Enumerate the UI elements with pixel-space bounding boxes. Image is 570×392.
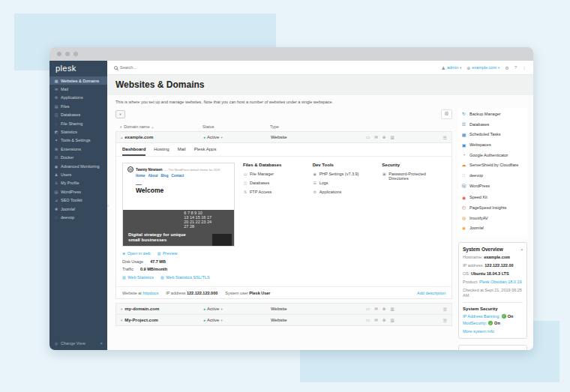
expand-row-icon[interactable]: ▾ — [121, 319, 122, 322]
settings-gear-icon[interactable]: ⚙ — [505, 65, 508, 70]
folder-icon[interactable]: ▭ — [366, 318, 370, 322]
mail-icon[interactable]: ✉ — [374, 318, 378, 322]
open-in-web-link[interactable]: ⊕ Open in web — [122, 251, 151, 256]
header-domain-name[interactable]: Domain name — [124, 124, 149, 129]
bulk-select-dropdown-button[interactable]: ▾ — [116, 110, 125, 118]
link-password-protected-directories[interactable]: ▣ Password-Protected Directories — [382, 172, 446, 181]
collapse-row-icon[interactable]: ▴ — [121, 136, 122, 139]
search-box[interactable] — [114, 65, 442, 70]
collapse-panel-icon[interactable]: ▴ — [521, 247, 523, 251]
status-dropdown[interactable]: ● Active ▾ — [203, 135, 271, 139]
more-system-info-link[interactable]: More system info — [463, 329, 494, 334]
sidebar-item-users[interactable]: ♟ Users — [50, 170, 107, 178]
sidebar-item-applications[interactable]: ⚙ Applications — [50, 94, 107, 102]
link-ftp-access[interactable]: ⇅ FTP Access — [243, 190, 307, 194]
search-input[interactable] — [120, 65, 210, 70]
change-view-button[interactable]: ◎ Change View × — [50, 337, 107, 350]
tool-servershield-by-cloudflare[interactable]: ☁ ServerShield by Cloudflare — [458, 160, 527, 170]
modsecurity-link[interactable]: ModSecurity: — [463, 321, 487, 325]
sidebar-item-files[interactable]: ▤ Files — [50, 102, 107, 110]
sidebar-item-advanced-monitoring[interactable]: ◉ Advanced Monitoring — [50, 162, 107, 170]
user-menu[interactable]: ♟ admin ▾ — [442, 65, 462, 70]
sidebar-item-wordpress[interactable]: Ⓦ WordPress — [50, 187, 107, 196]
tool-wordpress[interactable]: Ⓦ WordPress — [458, 180, 527, 192]
link-file-manager[interactable]: ▭ File Manager — [243, 172, 307, 176]
preview-theme-name: Twenty Nineteen — [136, 168, 162, 172]
preview-icon[interactable]: ⊕ — [382, 318, 386, 322]
mail-icon[interactable]: ✉ — [374, 135, 378, 139]
add-description-link[interactable]: Add description — [417, 291, 446, 295]
plesk-logo[interactable]: plesk — [50, 61, 107, 76]
row-menu-icon[interactable]: ☰ — [434, 135, 447, 140]
sidebar-item-tools-settings[interactable]: ✦ Tools & Settings — [50, 136, 107, 145]
preview-icon[interactable]: ⊕ — [382, 307, 386, 311]
mail-icon[interactable]: ✉ — [374, 307, 378, 311]
domain-name-link[interactable]: example.com — [124, 135, 153, 139]
sidebar-item-my-profile[interactable]: ♙ My Profile — [50, 179, 107, 187]
chevron-down-icon[interactable]: ▾ — [120, 125, 122, 129]
link-applications[interactable]: ⚙ Applications — [313, 190, 376, 194]
tool-pagespeed-insights[interactable]: ◴ PageSpeed Insights — [458, 202, 527, 213]
folder-icon[interactable]: ▭ — [366, 135, 370, 139]
domain-row-my-project-com[interactable]: ▾ My-Project.com ● Active ▾ Website ▭ — [116, 315, 452, 326]
overflow-menu-icon[interactable]: ⋮ — [522, 65, 526, 70]
tool-google-authenticator[interactable]: ◔ Google Authenticator — [458, 150, 527, 160]
preview-icon[interactable]: ⊕ — [382, 135, 386, 139]
tool-deevop[interactable]: ∷ deevop — [458, 170, 527, 181]
sidebar-item-extensions[interactable]: ⊞ Extensions — [50, 145, 107, 153]
tab-hosting[interactable]: Hosting — [154, 147, 169, 156]
sort-ascending-icon[interactable]: ▴ — [152, 125, 154, 129]
domain-name-link[interactable]: My-Project.com — [124, 318, 158, 322]
sidebar-item-seo-toolkit[interactable]: ⊿ SEO Toolkit — [50, 196, 107, 204]
sidebar-item-docker[interactable]: ⊡ Docker — [50, 154, 107, 162]
httpdocs-link[interactable]: httpdocs — [142, 291, 158, 295]
list-settings-gear-button[interactable]: ⚙ — [441, 109, 452, 119]
sidebar-collapse-handle[interactable]: ‹ — [107, 203, 109, 208]
sidebar-item-file-sharing[interactable]: ∴ File Sharing — [50, 119, 107, 127]
nav-label: Joomla! — [61, 207, 75, 211]
folder-icon[interactable]: ▭ — [366, 307, 370, 311]
link-databases[interactable]: ◫ Databases — [243, 181, 307, 185]
site-preview-thumbnail[interactable]: W Twenty Nineteen — The WordPress defaul… — [122, 163, 235, 247]
system-user-label: System user — [225, 291, 248, 295]
tab-mail[interactable]: Mail — [178, 147, 186, 156]
sidebar-item-websites-domains[interactable]: ▦ Websites & Domains — [50, 76, 107, 85]
expand-row-icon[interactable]: ▾ — [121, 307, 122, 311]
tool-joomla[interactable]: ✱ Joomla! — [458, 223, 527, 234]
domain-row-my-domain-com[interactable]: ▾ my-domain.com ● Active ▾ Website ▭ — [116, 303, 452, 315]
web-statistics-ssl-link[interactable]: ▥ Web Statistics SSL/TLS — [160, 275, 210, 280]
tool-imunifyav[interactable]: ◍ ImunifyAV — [458, 213, 527, 223]
account-menu[interactable]: ⊕ example.com ▾ — [466, 65, 500, 70]
row-menu-icon[interactable]: ☰ — [434, 318, 447, 323]
status-dropdown[interactable]: ● Active ▾ — [203, 307, 271, 311]
domain-name-link[interactable]: my-domain.com — [124, 307, 159, 311]
domain-row-example-com[interactable]: ▴ example.com ● Active ▾ Website ▭ — [116, 131, 452, 143]
logs-icon: ☰ — [313, 181, 317, 185]
stats-icon[interactable]: ▥ — [390, 318, 394, 322]
sidebar-item-mail[interactable]: ✉ Mail — [50, 85, 107, 93]
sidebar-item-databases[interactable]: ◫ Databases — [50, 111, 107, 119]
tab-plesk-apps[interactable]: Plesk Apps — [194, 147, 217, 156]
status-dropdown[interactable]: ● Active ▾ — [203, 318, 271, 322]
tool-databases[interactable]: ☰ Databases — [458, 119, 527, 130]
stats-icon[interactable]: ▥ — [390, 307, 394, 311]
ip-address-banning-link[interactable]: IP Address Banning: — [463, 314, 500, 319]
tab-dashboard[interactable]: Dashboard — [122, 147, 146, 156]
tool-webspaces[interactable]: ▣ Webspaces — [458, 139, 527, 150]
sidebar-item-statistics[interactable]: ◩ Statistics — [50, 127, 107, 136]
help-icon[interactable]: ? — [514, 65, 517, 70]
tool-backup-manager[interactable]: ↻ Backup Manager — [458, 109, 527, 119]
web-statistics-link[interactable]: ▥ Web Statistics — [122, 275, 154, 280]
tool-label: Google Authenticator — [470, 153, 508, 157]
tool-scheduled-tasks[interactable]: ▦ Scheduled Tasks — [458, 130, 527, 140]
preview-link[interactable]: ▥ Preview — [158, 251, 178, 256]
sidebar-item-joomla[interactable]: ✱ Joomla! — [50, 205, 107, 213]
sidebar-item-deevop[interactable]: ∷ deevop — [50, 213, 107, 221]
sidebar-close-icon[interactable]: × — [100, 341, 103, 346]
row-menu-icon[interactable]: ☰ — [434, 307, 447, 312]
stats-icon[interactable]: ▥ — [390, 135, 394, 139]
link-php-settings[interactable]: ◉ PHP Settings (v7.3.9) — [313, 172, 376, 176]
product-version-link[interactable]: Plesk Obsidian 18.0.19 — [479, 280, 522, 284]
link-logs[interactable]: ☰ Logs — [313, 181, 376, 185]
tool-speed-kit[interactable]: ◉ Speed Kit — [458, 192, 527, 202]
